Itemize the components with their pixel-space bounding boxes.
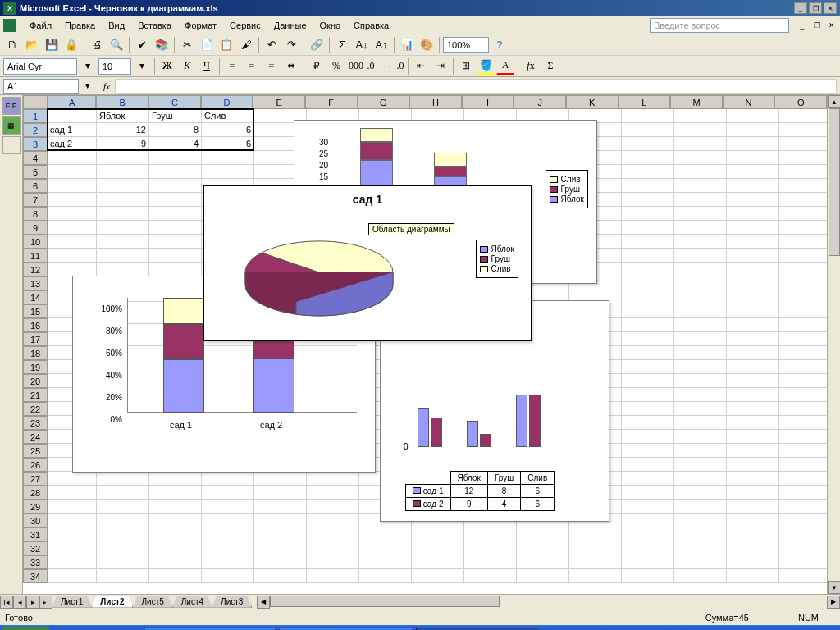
cell-empty[interactable] xyxy=(674,318,727,332)
cell-empty[interactable] xyxy=(674,458,727,472)
cell-empty[interactable] xyxy=(202,500,254,514)
cell-B2[interactable]: 12 xyxy=(97,123,149,137)
cell-empty[interactable] xyxy=(674,472,727,486)
cell-empty[interactable] xyxy=(727,123,779,137)
cell-empty[interactable] xyxy=(149,541,202,555)
print-icon[interactable]: 🖨 xyxy=(88,36,106,54)
cell-empty[interactable] xyxy=(674,151,727,165)
sheet-tab-Лист4[interactable]: Лист4 xyxy=(172,596,212,608)
cell-empty[interactable] xyxy=(464,555,517,569)
cell-empty[interactable] xyxy=(202,527,254,541)
chart-wizard-icon[interactable]: 📊 xyxy=(398,36,416,54)
row-header-33[interactable]: 33 xyxy=(23,555,48,569)
cell-empty[interactable] xyxy=(727,193,779,207)
cell-empty[interactable] xyxy=(149,151,202,165)
cell-empty[interactable] xyxy=(779,262,832,276)
cell-empty[interactable] xyxy=(48,500,97,514)
cell-empty[interactable] xyxy=(727,569,779,583)
cell-empty[interactable] xyxy=(48,262,97,276)
cell-empty[interactable] xyxy=(674,262,727,276)
cell-empty[interactable] xyxy=(149,569,202,583)
scroll-thumb[interactable] xyxy=(270,596,500,607)
cell-empty[interactable] xyxy=(727,360,779,374)
save-icon[interactable]: 💾 xyxy=(43,36,61,54)
cell-empty[interactable] xyxy=(97,165,149,179)
cell-empty[interactable] xyxy=(779,541,832,555)
col-header-J[interactable]: J xyxy=(514,95,566,109)
dropdown-icon[interactable]: ▾ xyxy=(133,57,151,75)
permission-icon[interactable]: 🔒 xyxy=(62,36,80,54)
cell-empty[interactable] xyxy=(48,221,97,235)
cell-empty[interactable] xyxy=(779,514,832,527)
cell-empty[interactable] xyxy=(622,235,674,249)
cell-empty[interactable] xyxy=(727,458,779,472)
cell-empty[interactable] xyxy=(149,207,202,221)
cell-empty[interactable] xyxy=(727,165,779,179)
cell-empty[interactable] xyxy=(359,541,412,555)
cell-empty[interactable] xyxy=(517,527,569,541)
cell-empty[interactable] xyxy=(727,416,779,430)
cell-empty[interactable] xyxy=(779,123,832,137)
row-header-15[interactable]: 15 xyxy=(23,304,48,318)
cell-empty[interactable] xyxy=(622,360,674,374)
cell-empty[interactable] xyxy=(674,555,727,569)
cell-empty[interactable] xyxy=(97,179,149,193)
formula-input[interactable] xyxy=(115,79,837,94)
cell-empty[interactable] xyxy=(674,514,727,527)
cell-empty[interactable] xyxy=(622,137,674,151)
row-header-8[interactable]: 8 xyxy=(23,207,48,221)
cell-empty[interactable] xyxy=(622,332,674,346)
open-icon[interactable]: 📂 xyxy=(23,36,41,54)
cell-empty[interactable] xyxy=(622,179,674,193)
row-header-6[interactable]: 6 xyxy=(23,179,48,193)
help-icon[interactable]: ? xyxy=(491,36,509,54)
menu-window[interactable]: Окно xyxy=(313,19,348,32)
cell-empty[interactable] xyxy=(97,249,149,262)
row-header-17[interactable]: 17 xyxy=(23,332,48,346)
col-header-I[interactable]: I xyxy=(462,95,514,109)
cell-empty[interactable] xyxy=(674,402,727,416)
cell-empty[interactable] xyxy=(149,262,202,276)
increase-decimal-icon[interactable]: .0→ xyxy=(367,57,385,75)
cell-empty[interactable] xyxy=(779,179,832,193)
cell-empty[interactable] xyxy=(254,486,307,500)
cell-empty[interactable] xyxy=(622,109,674,123)
cell-empty[interactable] xyxy=(779,137,832,151)
cell-B1[interactable]: Яблок xyxy=(97,109,149,123)
cell-empty[interactable] xyxy=(97,500,149,514)
cell-B3[interactable]: 9 xyxy=(97,137,149,151)
cell-empty[interactable] xyxy=(779,290,832,304)
cell-empty[interactable] xyxy=(149,221,202,235)
cell-empty[interactable] xyxy=(254,541,307,555)
cell-empty[interactable] xyxy=(149,193,202,207)
cell-empty[interactable] xyxy=(307,555,359,569)
row-header-26[interactable]: 26 xyxy=(23,458,48,472)
cell-empty[interactable] xyxy=(97,527,149,541)
row-header-32[interactable]: 32 xyxy=(23,541,48,555)
cell-empty[interactable] xyxy=(97,235,149,249)
drawing-icon[interactable]: 🎨 xyxy=(418,36,436,54)
cell-empty[interactable] xyxy=(622,416,674,430)
sheet-tab-Лист5[interactable]: Лист5 xyxy=(132,596,172,608)
cell-empty[interactable] xyxy=(48,472,97,486)
col-header-K[interactable]: K xyxy=(566,95,619,109)
cell-empty[interactable] xyxy=(779,346,832,360)
cell-empty[interactable] xyxy=(48,514,97,527)
col-header-F[interactable]: F xyxy=(305,95,358,109)
cell-empty[interactable] xyxy=(622,541,674,555)
cell-empty[interactable] xyxy=(48,555,97,569)
cell-empty[interactable] xyxy=(727,374,779,388)
cell-empty[interactable] xyxy=(97,207,149,221)
cell-D1[interactable]: Слив xyxy=(202,109,254,123)
cell-empty[interactable] xyxy=(622,555,674,569)
tab-first-icon[interactable]: I◂ xyxy=(0,596,13,609)
font-name-select[interactable]: Arial Cyr xyxy=(3,58,77,75)
row-header-1[interactable]: 1 xyxy=(23,109,48,123)
scroll-down-icon[interactable]: ▼ xyxy=(828,581,840,594)
cell-empty[interactable] xyxy=(622,430,674,444)
cell-empty[interactable] xyxy=(727,137,779,151)
cell-empty[interactable] xyxy=(622,458,674,472)
cell-empty[interactable] xyxy=(779,472,832,486)
row-header-20[interactable]: 20 xyxy=(23,374,48,388)
cell-empty[interactable] xyxy=(779,276,832,290)
